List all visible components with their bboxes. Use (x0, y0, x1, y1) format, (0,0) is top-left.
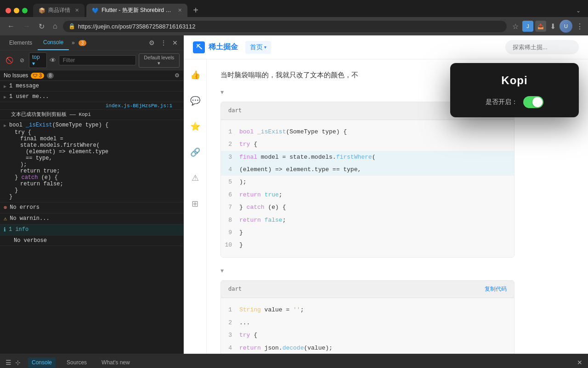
console-item-no-errors[interactable]: ⊗ No errors (0, 202, 183, 213)
line-content: ... (239, 317, 514, 328)
maximize-traffic-light[interactable] (22, 8, 28, 13)
address-bar[interactable]: 🔒 https://juejin.cn/post/735867258871616… (63, 21, 507, 32)
code-block-2: dart 复制代码 1 String value = ''; 2 ... (220, 280, 514, 354)
line-num: 9 (221, 227, 239, 238)
traffic-lights (4, 8, 31, 13)
issues-badge-shield: 🛡 3 (31, 73, 44, 79)
tab-elements[interactable]: Elements (4, 36, 38, 50)
tab-overflow-button[interactable]: ⌄ (572, 6, 584, 16)
back-button[interactable]: ← (5, 20, 17, 32)
screenshot-button[interactable]: ⊞ (187, 196, 204, 212)
tab-favicon-1: 📦 (39, 7, 45, 14)
tab-close-2[interactable]: ✕ (178, 7, 182, 13)
devtools-panel: Elements Console » 3 ⚙ ⋮ ✕ 🚫 ⊘ top ▾ 👁 D… (0, 35, 184, 354)
more-options-button[interactable]: ⋮ (158, 37, 169, 48)
issues-settings[interactable]: ⚙ (175, 72, 180, 79)
popup-toggle-row: 是否开启： (459, 96, 570, 108)
code-line-4: 4 (element) => element.type == type, (221, 163, 514, 176)
collapse-icon-1: ▾ (220, 86, 224, 98)
filter-button[interactable]: ⊘ (18, 56, 26, 64)
console-code-item[interactable]: ▶ bool _isExist(SomeType type) { try { f… (0, 120, 183, 202)
site-nav: 首页 ▾ (245, 41, 271, 54)
issues-badge-8: 8 (47, 73, 54, 79)
home-button[interactable]: ⌂ (50, 20, 60, 32)
no-issues-bar: No Issues 🛡 3 8 ⚙ (0, 70, 183, 81)
code-line-5: 5 ); (221, 176, 514, 188)
logo-icon: ⛏ (193, 41, 205, 53)
expand-icon-2: ▶ (4, 94, 6, 100)
site-logo[interactable]: ⛏ 稀土掘金 (193, 41, 238, 53)
tab-inactive[interactable]: 📦 商品详情 ✕ (33, 4, 85, 17)
console-item-message[interactable]: ▶ 1 message (0, 81, 183, 92)
context-selector[interactable]: top ▾ (29, 52, 47, 68)
bottom-tab-sources[interactable]: Sources (63, 357, 90, 368)
toggle-switch[interactable] (523, 96, 543, 108)
line-num: 1 (221, 126, 239, 137)
bottom-tab-console[interactable]: Console (28, 357, 56, 368)
refresh-button[interactable]: ↻ (36, 20, 47, 33)
tab-active[interactable]: 💙 Flutter - 热更新 Shorebird 1.0... ✕ (86, 4, 187, 17)
user-avatar[interactable]: U (560, 20, 572, 33)
collapse-icon-2: ▾ (220, 265, 224, 276)
bookmark-button[interactable]: ☆ (512, 22, 519, 31)
line-num: 8 (221, 215, 239, 225)
console-item-info[interactable]: ℹ 1 info (0, 224, 183, 236)
line-num: 3 (221, 152, 239, 162)
bottom-tab-whats-new[interactable]: What's new (98, 357, 134, 368)
nav-home-label: 首页 (250, 43, 263, 52)
filter-input[interactable] (59, 55, 136, 65)
tab-more[interactable]: » (69, 36, 78, 50)
code-collapse-2[interactable]: ▾ (220, 265, 514, 276)
nav-item-home[interactable]: 首页 ▾ (245, 41, 271, 54)
hamburger-button[interactable]: ☰ (6, 359, 11, 366)
new-tab-button[interactable]: + (189, 4, 202, 17)
site-search-input[interactable] (505, 40, 579, 54)
code-lines-2: 1 String value = ''; 2 ... 3 try { (221, 298, 514, 354)
devtools-badge: 3 (79, 40, 87, 46)
menu-button[interactable]: ⋮ (576, 22, 583, 31)
ext-icon-2[interactable]: 📥 (535, 21, 546, 32)
close-devtools-button[interactable]: ✕ (170, 37, 180, 48)
tab-console[interactable]: Console (38, 35, 69, 50)
ext-icon-1[interactable]: J (522, 21, 533, 32)
sidebar-actions: 👍 💬 ⭐ 🔗 ⚠ ⊞ (184, 59, 207, 354)
console-item-no-warnings[interactable]: ⚠ No warnin... (0, 213, 183, 224)
no-issues-text: No Issues (4, 72, 28, 79)
bottom-close-button[interactable]: ✕ (577, 359, 582, 366)
copy-code-2[interactable]: 复制代码 (485, 285, 507, 293)
line-content: final model = state.models.firstWhere( (239, 152, 514, 162)
nav-dropdown-icon: ▾ (264, 45, 266, 50)
line-content: try { (239, 330, 514, 340)
share-button[interactable]: 🔗 (187, 144, 204, 161)
expand-icon: ▶ (4, 84, 6, 89)
console-item-no-verbose[interactable]: No verbose (0, 236, 183, 246)
eye-button[interactable]: 👁 (50, 57, 56, 64)
line-num: 10 (221, 240, 239, 250)
clear-console-button[interactable]: 🚫 (4, 56, 15, 65)
lock-icon: 🔒 (68, 23, 75, 29)
source-link[interactable]: index.js-BEjHzsPm.js:1 (106, 103, 172, 109)
popup-overlay: Kopi 是否开启： (450, 63, 579, 117)
toggle-knob (532, 97, 543, 107)
code-header-2: dart 复制代码 (221, 281, 514, 299)
forward-button[interactable]: → (20, 20, 33, 32)
comment-button[interactable]: 💬 (187, 92, 204, 109)
console-item-user-message[interactable]: ▶ 1 user me... (0, 92, 183, 102)
line-content: String value = ''; (239, 305, 514, 315)
level-selector[interactable]: Default levels ▾ (139, 53, 180, 68)
inspect-button[interactable]: ⊹ (15, 359, 21, 366)
line-num: 1 (221, 305, 239, 315)
code-line-6: 6 return true; (221, 189, 514, 201)
settings-button[interactable]: ⚙ (147, 37, 157, 48)
download-icon[interactable]: ⬇ (550, 22, 556, 31)
line-num: 2 (221, 317, 239, 328)
close-traffic-light[interactable] (6, 8, 11, 13)
star-button[interactable]: ⭐ (187, 118, 204, 135)
line-content: return json.decode(value); (239, 343, 514, 353)
like-button[interactable]: 👍 (187, 67, 204, 83)
report-button[interactable]: ⚠ (187, 170, 204, 186)
minimize-traffic-light[interactable] (14, 8, 19, 13)
code2-line-3: 3 try { (221, 329, 514, 341)
tab-close-1[interactable]: ✕ (75, 7, 79, 13)
console-messages: ▶ 1 message ▶ 1 user me... index.js-BEjH… (0, 81, 183, 354)
